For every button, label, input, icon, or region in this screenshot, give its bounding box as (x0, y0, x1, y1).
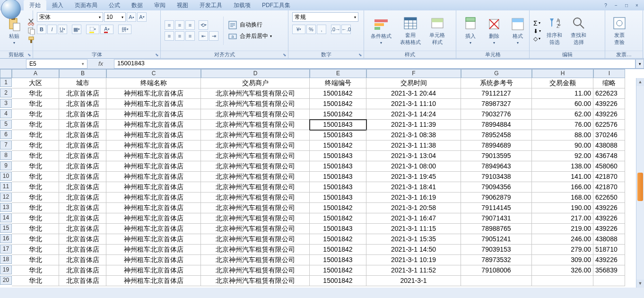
cell[interactable]: 79108006 (461, 265, 532, 276)
cell[interactable]: 神州租车北京首体店 (106, 109, 201, 120)
cell[interactable]: 北京首体店 (59, 234, 106, 245)
row-header[interactable]: 4 (0, 109, 12, 118)
cell[interactable] (461, 276, 532, 286)
cell[interactable]: 436748 (593, 151, 625, 161)
cell[interactable]: 79062879 (461, 193, 532, 203)
cell[interactable]: 神州租车北京首体店 (106, 234, 201, 245)
cell[interactable]: 15001843 (310, 224, 366, 234)
cell[interactable]: 79039153 (461, 245, 532, 255)
cell[interactable]: 78949643 (461, 161, 532, 172)
cell[interactable]: 622576 (593, 120, 625, 130)
row-header[interactable]: 10 (0, 172, 12, 181)
cell[interactable]: 79071431 (461, 213, 532, 224)
font-size-combo[interactable]: 10▾ (104, 12, 126, 22)
cell[interactable]: 2021-3-1 14:24 (366, 109, 461, 120)
office-button[interactable] (1, 0, 21, 19)
fill-button[interactable]: ⬇▾ (533, 28, 541, 35)
cell[interactable]: 439226 (593, 255, 625, 265)
cell[interactable]: 79114145 (461, 203, 532, 213)
row-header[interactable]: 6 (0, 130, 12, 139)
cell[interactable]: 北京首体店 (59, 172, 106, 182)
cell[interactable]: 2021-3-1 15:35 (366, 234, 461, 245)
menu-tab-PDF工具集[interactable]: PDF工具集 (256, 0, 296, 11)
italic-button[interactable]: I (47, 25, 57, 34)
cell[interactable]: 11.00 (532, 88, 593, 99)
cell[interactable]: 15001842 (310, 276, 366, 286)
row-header[interactable]: 1 (0, 78, 12, 87)
name-box[interactable]: E5▾ (26, 59, 87, 69)
cell[interactable]: 北京首体店 (59, 109, 106, 120)
cell[interactable]: 15001842 (310, 99, 366, 109)
cell[interactable]: 2021-3-1 08:38 (366, 130, 461, 140)
cell[interactable]: 北京神州汽车租赁有限公司 (201, 88, 310, 99)
cell[interactable]: 华北 (12, 224, 59, 234)
cell[interactable]: 79103438 (461, 172, 532, 182)
underline-button[interactable]: U▾ (58, 25, 67, 34)
cell[interactable]: 246.00 (532, 234, 593, 245)
cell[interactable]: 15001842 (310, 109, 366, 120)
cell[interactable]: 421870 (593, 182, 625, 193)
cell[interactable]: 华北 (12, 120, 59, 130)
cell[interactable]: 华北 (12, 213, 59, 224)
cell[interactable]: 华北 (12, 151, 59, 161)
cell[interactable]: 15001843 (310, 172, 366, 182)
cell[interactable]: 北京首体店 (59, 130, 106, 140)
cell[interactable]: 190.00 (532, 203, 593, 213)
align-top-icon[interactable]: ≡ (165, 20, 174, 30)
cell[interactable]: 华北 (12, 161, 59, 172)
font-color-button[interactable]: A▾ (100, 25, 113, 34)
comma-icon[interactable]: , (317, 25, 326, 34)
cell[interactable]: 北京神州汽车租赁有限公司 (201, 120, 310, 130)
currency-icon[interactable]: ¥▾ (292, 25, 305, 34)
table-header-cell[interactable]: 大区 (12, 78, 59, 88)
phonetic-button[interactable]: 拼▾ (118, 25, 131, 34)
cell[interactable]: 神州租车北京首体店 (106, 120, 201, 130)
cell[interactable]: 华北 (12, 203, 59, 213)
close-icon[interactable]: × (633, 2, 641, 9)
maximize-icon[interactable]: □ (622, 2, 631, 9)
cell[interactable]: 北京首体店 (59, 161, 106, 172)
cell[interactable]: 370246 (593, 130, 625, 140)
col-header-I[interactable]: I (593, 69, 625, 78)
cell[interactable]: 439226 (593, 109, 625, 120)
select-all-corner[interactable] (0, 69, 12, 78)
cell[interactable]: 2021-3-1 10:19 (366, 255, 461, 265)
table-header-cell[interactable]: 缩略 (593, 78, 625, 88)
cell[interactable]: 北京神州汽车租赁有限公司 (201, 172, 310, 182)
cell[interactable]: 华北 (12, 99, 59, 109)
cell[interactable]: 15001843 (310, 193, 366, 203)
table-header-cell[interactable]: 交易时间 (366, 78, 461, 88)
menu-tab-加载项[interactable]: 加载项 (228, 0, 256, 11)
fx-icon[interactable]: fx (91, 60, 110, 67)
cell[interactable]: 279.00 (532, 245, 593, 255)
cell[interactable]: 15001842 (310, 203, 366, 213)
cell[interactable]: 15001842 (310, 234, 366, 245)
row-header[interactable]: 12 (0, 193, 12, 202)
menu-tab-页面布局[interactable]: 页面布局 (69, 0, 103, 11)
row-header[interactable]: 5 (0, 120, 12, 129)
spreadsheet[interactable]: ABCDEFGHI1大区城市终端名称交易商户终端编号交易时间系统参考号交易金额缩… (0, 69, 644, 288)
menu-tab-数据[interactable]: 数据 (126, 0, 148, 11)
cell[interactable]: 华北 (12, 182, 59, 193)
col-header-A[interactable]: A (12, 69, 59, 78)
cell[interactable]: 华北 (12, 255, 59, 265)
cell[interactable]: 438088 (593, 234, 625, 245)
table-header-cell[interactable]: 城市 (59, 78, 106, 88)
insert-button[interactable]: 插入▾ (460, 16, 481, 46)
cell[interactable]: 北京首体店 (59, 276, 106, 286)
row-header[interactable]: 15 (0, 224, 12, 233)
cell[interactable]: 2021-3-1 11:39 (366, 120, 461, 130)
cell[interactable]: 北京首体店 (59, 182, 106, 193)
cell[interactable]: 15001842 (310, 265, 366, 276)
cell[interactable]: 2021-3-1 11:52 (366, 265, 461, 276)
cell[interactable]: 北京首体店 (59, 224, 106, 234)
sort-filter-button[interactable]: AZ排序和 筛选 (544, 15, 565, 47)
cell[interactable]: 2021-3-1 14:50 (366, 245, 461, 255)
cell[interactable]: 78994689 (461, 140, 532, 151)
cell[interactable]: 79051241 (461, 234, 532, 245)
format-button[interactable]: 格式▾ (507, 16, 528, 46)
cell[interactable]: 北京首体店 (59, 88, 106, 99)
cell[interactable]: 北京首体店 (59, 140, 106, 151)
help-icon[interactable]: ? (601, 2, 610, 9)
font-name-combo[interactable]: 宋体▾ (37, 12, 103, 22)
